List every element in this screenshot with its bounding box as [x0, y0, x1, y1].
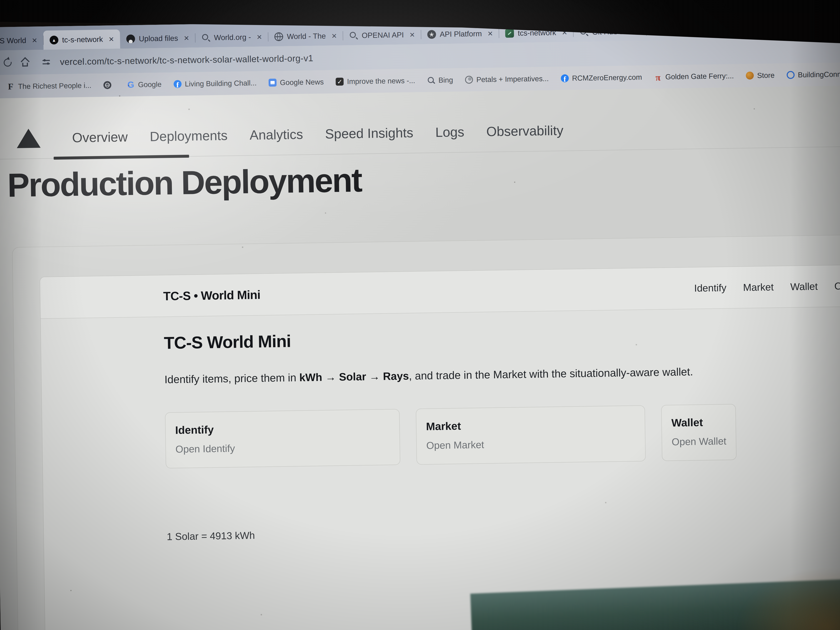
tab-close-icon[interactable]: × [488, 29, 493, 38]
bookmark-item[interactable]: Google News [268, 78, 324, 87]
card-title: Identify [175, 421, 390, 436]
active-tab-underline [54, 155, 189, 160]
bookmark-label: Bing [438, 76, 453, 84]
bookmark-item[interactable]: Store [746, 71, 775, 80]
card-title: Wallet [671, 416, 726, 429]
vercel-logo-icon[interactable] [16, 128, 40, 148]
vercel-nav-item[interactable]: Speed Insights [325, 125, 413, 142]
store-icon [746, 71, 754, 80]
card-open-link[interactable]: Open Market [426, 437, 636, 451]
bookmark-item[interactable]: The Richest People i... [7, 81, 92, 91]
openai-icon [427, 30, 436, 39]
globe-icon [275, 32, 283, 41]
mini-app-brand: TC-S • World Mini [163, 287, 261, 303]
mini-app-nav-item[interactable]: Market [743, 281, 774, 293]
home-icon[interactable] [21, 58, 30, 67]
vercel-nav-item[interactable]: Analytics [249, 127, 303, 143]
app-preview-frame: TC-S • World Mini Identify Market Wallet [39, 265, 840, 630]
bookmark-label: The Richest People i... [18, 81, 92, 91]
tab-title: API Platform [440, 29, 482, 39]
tab-close-icon[interactable]: × [109, 35, 114, 44]
bookmark-item[interactable]: Living Building Chall... [174, 79, 257, 88]
tab-close-icon[interactable]: × [184, 34, 189, 43]
feature-card: Market Open Market [416, 405, 646, 464]
page-title: Production Deployment [7, 153, 840, 204]
bookmark-label: BuildingConnected [798, 70, 840, 79]
bookmark-item[interactable]: Improve the news -... [336, 76, 415, 86]
mini-app-nav-item[interactable]: Identify [694, 282, 727, 294]
deployment-preview-panel: TC-S • World Mini Identify Market Wallet [12, 235, 840, 630]
google-news-icon [268, 79, 277, 87]
bookmark-item[interactable]: Golden Gate Ferry:... [654, 72, 734, 81]
address-bar[interactable]: vercel.com/tc-s-network/tc-s-network-sol… [60, 53, 313, 67]
bookmark-label: Golden Gate Ferry:... [665, 72, 734, 81]
tab-title: OPENAI API [362, 30, 404, 40]
mini-app-nav-item[interactable]: Wallet [790, 280, 818, 292]
mini-app-nav-item[interactable]: Op [834, 280, 840, 292]
green-app-icon [505, 29, 514, 38]
bookmark-label: Improve the news -... [347, 76, 415, 86]
description-suffix: , and trade in the Market with the situa… [409, 366, 693, 382]
vercel-icon [50, 36, 58, 44]
bookmark-item[interactable] [103, 81, 115, 89]
tab-close-icon[interactable]: × [332, 32, 337, 40]
header-spacer [261, 288, 695, 295]
feature-card: Wallet Open Wallet [661, 404, 736, 461]
description-prefix: Identify items, price them in [164, 371, 299, 385]
card-open-link[interactable]: Open Identify [175, 440, 390, 455]
forbes-icon [7, 82, 15, 91]
bookmark-label: Google [138, 80, 161, 89]
vercel-nav-item[interactable]: Logs [435, 124, 464, 140]
bookmark-label: Living Building Chall... [185, 79, 257, 88]
mini-app-title: TC-S World Mini [164, 323, 840, 353]
card-title: Market [426, 417, 635, 433]
github-icon [126, 35, 135, 43]
search-icon [202, 33, 210, 42]
vercel-page: Overview Deployments Analytics Speed Ins… [0, 85, 840, 630]
bookmark-label: Petals + Imperatives... [476, 74, 549, 84]
bookmark-item[interactable]: BuildingConnected [787, 70, 840, 79]
browser-tab[interactable]: Upload files × [120, 28, 196, 49]
browser-window: -S World × tc-s-network × Upload files × [0, 14, 840, 630]
tab-title: tc-s-network [62, 35, 103, 44]
corner-light-leak [736, 567, 840, 630]
exchange-rate-note: 1 Solar = 4913 kWh [167, 521, 840, 542]
feature-card: Identify Open Identify [165, 409, 400, 469]
mini-app-nav: Identify Market Wallet Op [694, 280, 840, 294]
bookmark-item[interactable]: Google [127, 80, 161, 89]
mini-app-body: TC-S World Mini Identify items, price th… [41, 307, 840, 545]
bookmark-item[interactable]: Petals + Imperatives... [465, 74, 549, 84]
card-open-link[interactable]: Open Wallet [672, 436, 726, 448]
vercel-nav-item[interactable]: Overview [72, 129, 128, 145]
reload-icon[interactable] [3, 58, 12, 67]
vercel-nav-item[interactable]: Deployments [150, 128, 228, 144]
tab-close-icon[interactable]: × [32, 36, 37, 44]
bookmark-label: Google News [280, 78, 324, 87]
site-settings-icon[interactable] [41, 57, 51, 67]
browser-tab[interactable]: tc-s-network × [43, 30, 120, 50]
petals-icon [465, 76, 473, 84]
globe-dark-icon [103, 81, 112, 89]
browser-tab[interactable]: OPENAI API × [343, 25, 421, 46]
browser-tab[interactable]: World - The × [268, 26, 343, 46]
bookmark-label: RCMZeroEnergy.com [572, 73, 642, 82]
tab-title: Upload files [139, 34, 178, 43]
search-icon [427, 76, 435, 84]
tab-title: -S World [0, 36, 26, 45]
vercel-nav-item[interactable]: Observability [486, 123, 564, 139]
tab-title: World - The [287, 32, 326, 41]
bookmark-item[interactable]: RCMZeroEnergy.com [561, 73, 642, 82]
facebook-icon [561, 74, 569, 82]
search-icon [349, 31, 358, 40]
photo-of-laptop-screen: -S World × tc-s-network × Upload files × [0, 0, 840, 630]
vercel-nav-items: Overview Deployments Analytics Speed Ins… [72, 123, 564, 145]
bookmark-item[interactable]: Bing [427, 76, 453, 85]
check-icon [336, 78, 344, 86]
tab-close-icon[interactable]: × [410, 30, 415, 39]
mini-app-description: Identify items, price them in kWh → Sola… [164, 363, 840, 385]
tab-close-icon[interactable]: × [257, 33, 262, 41]
browser-tab[interactable]: -S World × [0, 31, 44, 51]
browser-tab[interactable]: World.org - × [195, 27, 268, 47]
facebook-icon [174, 80, 182, 88]
feature-cards: Identify Open Identify Market Open Marke… [165, 402, 840, 468]
